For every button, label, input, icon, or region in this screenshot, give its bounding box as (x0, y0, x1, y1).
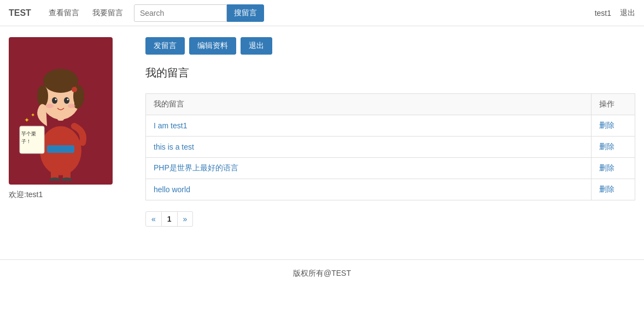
message-text: I am test1 (154, 121, 187, 130)
avatar-image: 芋个栗 子！ ✦ ✦ (14, 42, 107, 181)
pagination-current[interactable]: 1 (162, 211, 178, 227)
logout-content-button[interactable]: 退出 (241, 37, 272, 55)
pagination: « 1 » (145, 211, 635, 227)
svg-rect-1 (47, 145, 74, 153)
table-row: hello world 删除 (146, 179, 635, 200)
action-cell: 删除 (592, 115, 635, 137)
navbar-right: test1 退出 (595, 8, 635, 18)
action-cell: 删除 (592, 137, 635, 158)
navbar: TEST 查看留言 我要留言 搜留言 test1 退出 (0, 0, 644, 26)
svg-point-12 (52, 97, 57, 104)
message-cell: PHP是世界上最好的语言 (146, 158, 592, 179)
table-row: this is a test 删除 (146, 137, 635, 158)
section-title: 我的留言 (145, 66, 635, 85)
nav-view-messages[interactable]: 查看留言 (42, 8, 86, 18)
col-header-action: 操作 (592, 94, 635, 115)
nav-write-message[interactable]: 我要留言 (86, 8, 130, 18)
pagination-next[interactable]: » (178, 211, 194, 227)
svg-point-16 (46, 104, 54, 108)
svg-text:子！: 子！ (21, 139, 31, 144)
brand: TEST (9, 8, 31, 18)
main-container: 芋个栗 子！ ✦ ✦ 欢迎:test1 发留言 编辑资料 退出 我的留言 我的留… (0, 26, 644, 238)
edit-profile-button[interactable]: 编辑资料 (189, 37, 236, 55)
delete-link[interactable]: 删除 (599, 185, 614, 193)
delete-link[interactable]: 删除 (599, 163, 614, 172)
footer: 版权所有@TEST (0, 259, 644, 287)
post-message-button[interactable]: 发留言 (145, 37, 185, 55)
navbar-logout-link[interactable]: 退出 (620, 8, 635, 18)
svg-text:✦: ✦ (24, 116, 30, 124)
svg-point-11 (72, 87, 77, 92)
action-buttons: 发留言 编辑资料 退出 (145, 37, 635, 55)
delete-link[interactable]: 删除 (599, 121, 614, 129)
svg-point-9 (37, 85, 48, 107)
message-text: hello world (154, 185, 190, 194)
message-cell: this is a test (146, 137, 592, 158)
svg-text:芋个栗: 芋个栗 (21, 131, 36, 137)
svg-rect-2 (51, 164, 58, 180)
svg-rect-3 (63, 164, 71, 180)
content-area: 发留言 编辑资料 退出 我的留言 我的留言 操作 I am test1 删除 t… (145, 37, 635, 227)
table-row: PHP是世界上最好的语言 删除 (146, 158, 635, 179)
message-text: PHP是世界上最好的语言 (154, 163, 238, 172)
search-input[interactable] (134, 4, 227, 22)
col-header-message: 我的留言 (146, 94, 592, 115)
messages-table: 我的留言 操作 I am test1 删除 this is a test 删除 … (145, 93, 635, 200)
svg-point-15 (67, 98, 69, 100)
svg-point-5 (61, 177, 72, 181)
svg-point-17 (68, 104, 75, 108)
svg-point-14 (55, 98, 57, 100)
svg-point-13 (64, 97, 69, 104)
message-cell: I am test1 (146, 115, 592, 137)
avatar: 芋个栗 子！ ✦ ✦ (9, 37, 113, 185)
svg-point-4 (49, 177, 60, 181)
pagination-prev[interactable]: « (145, 211, 162, 227)
welcome-text: 欢迎:test1 (9, 190, 129, 200)
search-form: 搜留言 (134, 4, 264, 22)
delete-link[interactable]: 删除 (599, 142, 614, 151)
action-cell: 删除 (592, 179, 635, 200)
action-cell: 删除 (592, 158, 635, 179)
logged-in-user: test1 (595, 9, 611, 17)
table-row: I am test1 删除 (146, 115, 635, 137)
message-text: this is a test (154, 143, 194, 151)
sidebar: 芋个栗 子！ ✦ ✦ 欢迎:test1 (9, 37, 129, 227)
footer-text: 版权所有@TEST (293, 269, 351, 277)
message-cell: hello world (146, 179, 592, 200)
svg-text:✦: ✦ (31, 112, 35, 118)
search-button[interactable]: 搜留言 (227, 4, 264, 22)
